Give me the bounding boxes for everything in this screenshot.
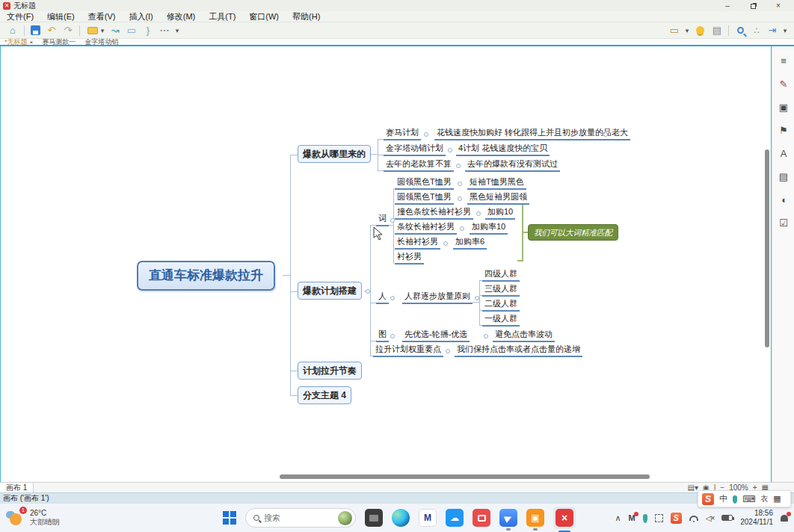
subtopic[interactable]: 去年的爆款有没有测试过 (465, 159, 560, 172)
subtopic[interactable]: 二级人群 (482, 299, 520, 312)
subtopic[interactable]: 一级人群 (482, 314, 520, 327)
save-icon[interactable] (31, 25, 40, 35)
collapse-toggle[interactable] (603, 132, 608, 137)
subtopic[interactable]: 词 (376, 214, 389, 226)
branch-topic[interactable]: 爆款计划搭建 (298, 282, 362, 300)
camera-app-icon[interactable]: ▣ (526, 509, 544, 527)
subtopic[interactable]: 加购率6 (453, 237, 487, 250)
summary-icon[interactable]: } (140, 23, 156, 38)
subtopic[interactable]: 衬衫男 (395, 252, 424, 265)
subtopic[interactable]: 图 (376, 330, 389, 342)
tray-chevron-icon[interactable]: ∧ (615, 513, 621, 523)
branch-topic[interactable]: 分支主题 4 (298, 386, 351, 404)
branch-topic[interactable]: 计划拉升节奏 (298, 362, 362, 380)
file-explorer-icon[interactable] (365, 509, 383, 527)
subtopic[interactable]: 老大 (609, 128, 630, 140)
active-app[interactable]: × (553, 507, 576, 529)
notification-bell-icon[interactable] (781, 515, 788, 522)
canvas-tab[interactable]: 画布 1 (0, 483, 34, 492)
collapse-toggle[interactable] (458, 197, 462, 201)
tray-sogou-icon[interactable]: S (671, 513, 682, 524)
collapse-toggle[interactable] (448, 148, 452, 152)
summary-topic[interactable]: 我们可以大词精准匹配 (528, 224, 618, 241)
skin-icon[interactable]: 衣 (760, 494, 768, 504)
branch-topic[interactable]: 爆款从哪里来的 (298, 145, 371, 163)
collapse-toggle[interactable] (390, 334, 395, 338)
menu-window[interactable]: 窗口(W) (242, 11, 286, 22)
subtopic[interactable]: 条纹长袖衬衫男 (395, 222, 457, 235)
wifi-icon[interactable] (689, 516, 698, 521)
text-icon[interactable]: A (778, 148, 790, 160)
subtopic[interactable]: 先优选-轮播-优选 (402, 330, 470, 342)
comment-icon[interactable]: ◖ (778, 194, 790, 206)
chevron-down-icon[interactable]: ▾ (173, 23, 182, 38)
callout-icon[interactable]: ▭ (123, 23, 140, 38)
horizontal-scrollbar[interactable] (280, 474, 650, 479)
voice-input-icon[interactable] (733, 495, 737, 503)
subtopic[interactable]: 黑色短袖男圆领 (467, 192, 529, 205)
collapse-toggle[interactable] (476, 211, 481, 216)
subtopic[interactable]: 短袖T恤男黑色 (467, 177, 526, 190)
panel-icon[interactable]: ▤ (709, 23, 725, 38)
share-icon[interactable]: ∴ (749, 25, 764, 36)
subtopic[interactable]: 圆领黑色T恤男 (395, 192, 454, 205)
collapse-toggle[interactable] (443, 241, 448, 246)
tab-close-icon[interactable]: × (30, 39, 34, 46)
export-icon[interactable]: ⇥ (764, 23, 781, 38)
image-icon[interactable]: ▣ (778, 102, 790, 114)
volume-muted-icon[interactable]: ◁× (706, 514, 715, 522)
subtopic[interactable]: 长袖衬衫男 (395, 237, 440, 250)
subtopic[interactable]: 加购10 (485, 207, 515, 220)
battery-icon[interactable] (721, 515, 733, 521)
pointer-app-icon[interactable]: ▶ (499, 509, 517, 527)
collapse-toggle[interactable] (484, 334, 488, 338)
toolbox-icon[interactable]: ▦ (773, 494, 781, 504)
subtopic[interactable]: 加购率10 (470, 222, 508, 235)
menu-insert[interactable]: 插入(I) (122, 11, 159, 22)
subtopic[interactable]: 圆领黑色T恤男 (395, 177, 454, 190)
subtopic[interactable]: 去年的老款算不算 (384, 159, 454, 172)
collapse-toggle[interactable] (460, 226, 464, 231)
vertical-scrollbar[interactable] (765, 149, 769, 347)
close-button[interactable]: × (766, 0, 791, 11)
chevron-down-icon[interactable]: ▾ (781, 23, 790, 38)
tray-mic-icon[interactable] (643, 514, 647, 522)
menu-tools[interactable]: 工具(T) (202, 11, 242, 22)
collapse-toggle[interactable] (475, 296, 479, 300)
tray-m-icon[interactable]: M (629, 513, 635, 522)
presentation-icon[interactable]: ▭ (666, 23, 683, 38)
restore-button[interactable] (740, 0, 766, 11)
menu-edit[interactable]: 编辑(E) (40, 11, 81, 22)
start-button[interactable] (223, 511, 236, 525)
mindmap-canvas[interactable]: 直通车标准爆款拉升 爆款从哪里来的 爆款计划搭建 计划拉升节奏 分支主题 4 赛… (0, 46, 772, 482)
subtopic[interactable]: 4计划 花钱速度快的宝贝 (456, 143, 550, 156)
cloud-drive-icon[interactable]: ☁ (446, 509, 464, 527)
idea-tips-icon[interactable] (696, 26, 704, 34)
style-brush-icon[interactable]: ✎ (778, 78, 790, 90)
sogou-logo-icon[interactable]: S (702, 493, 714, 505)
flag-icon[interactable]: ⚑ (778, 125, 790, 137)
theme-layout-icon[interactable] (87, 27, 98, 34)
tab-saima[interactable]: 赛马测款一 (37, 37, 80, 47)
ime-mode-indicator[interactable]: 中 (719, 493, 727, 504)
subtopic[interactable]: 撞色条纹长袖衬衫男 (395, 207, 473, 220)
subtopic[interactable]: 金字塔动销计划 (384, 143, 446, 156)
red-app-icon[interactable] (473, 509, 490, 527)
mindmaster-app-icon[interactable]: M (419, 509, 437, 527)
relationship-icon[interactable]: ↝ (107, 23, 123, 38)
collapse-toggle[interactable] (456, 164, 461, 168)
search-input[interactable] (264, 513, 328, 522)
tab-untitled-active[interactable]: *无标题× (0, 37, 37, 47)
undo-icon[interactable]: ↶ (43, 23, 60, 38)
tab-jinzita[interactable]: 金字塔动销 (80, 37, 123, 47)
keyboard-icon[interactable]: ⌨ (742, 494, 755, 504)
subtopic[interactable]: 避免点击率波动 (493, 330, 555, 342)
menu-modify[interactable]: 修改(M) (160, 11, 203, 22)
subtopic[interactable]: 我们保持点击率或者点击量的递增 (455, 344, 582, 357)
collapse-toggle[interactable] (366, 289, 370, 294)
menu-help[interactable]: 帮助(H) (286, 11, 327, 22)
subtopic[interactable]: 花钱速度快加购好 转化跟得上并且初步放量的品 (434, 128, 614, 140)
collapse-toggle[interactable] (446, 349, 450, 353)
subtopic[interactable]: 人群逐步放量原则 (402, 291, 473, 304)
chevron-down-icon[interactable]: ▾ (98, 23, 107, 38)
